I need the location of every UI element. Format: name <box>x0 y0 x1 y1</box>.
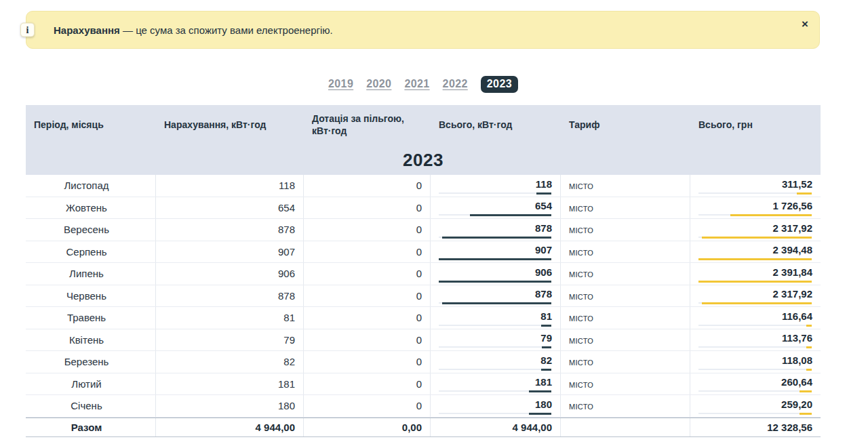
accrued-cell: 82 <box>156 351 304 373</box>
total-uah-cell-meter-fill <box>797 192 812 195</box>
total-kwh-cell-meter-fill <box>470 214 551 216</box>
year-tab-2023[interactable]: 2023 <box>481 76 518 93</box>
column-header-0: Період, місяць <box>26 119 156 131</box>
total-uah-cell-meter <box>698 281 812 282</box>
subsidy-cell: 0 <box>304 351 431 373</box>
month-cell: Листопад <box>26 175 156 197</box>
column-header-4: Тариф <box>561 119 690 131</box>
total-uah-cell-meter-fill <box>806 325 812 327</box>
total-uah-cell-meter-fill <box>800 390 812 392</box>
banner-text-rest: — це сума за спожиту вами електроенергію… <box>120 24 333 36</box>
total-kwh-cell: 907 <box>431 241 561 263</box>
total-kwh-cell-meter <box>439 281 551 282</box>
total-label: Разом <box>26 418 156 437</box>
total-kwh-cell-meter-fill <box>529 390 551 392</box>
year-tab-2021[interactable]: 2021 <box>404 78 429 90</box>
column-header-2: Дотація за пільгою, кВт·год <box>304 113 431 137</box>
accrued-cell: 654 <box>156 197 304 219</box>
total-kwh-cell-meter-fill <box>442 302 551 304</box>
year-tab-2022[interactable]: 2022 <box>443 78 468 90</box>
accrued-cell: 79 <box>156 329 304 351</box>
total-uah-cell-meter <box>698 325 812 326</box>
total-kwh-cell: 654 <box>431 197 561 219</box>
total-uah-cell: 116,64 <box>690 307 821 329</box>
month-cell: Травень <box>26 307 156 329</box>
table-row: Вересень8780878місто2 317,92 <box>26 219 821 241</box>
accrued-cell: 180 <box>156 395 304 417</box>
subsidy-cell: 0 <box>304 175 431 197</box>
tariff-cell: місто <box>561 395 690 417</box>
table-row: Листопад1180118місто311,52 <box>26 175 821 197</box>
total-kwh-cell-meter <box>439 237 551 238</box>
total-kwh-cell-meter <box>439 325 551 326</box>
total-kwh-cell: 878 <box>431 285 561 307</box>
table-row: Квітень79079місто113,76 <box>26 329 821 352</box>
total-uah-cell-meter-fill <box>806 346 812 348</box>
total-kwh-cell-meter-fill <box>541 369 551 371</box>
tariff-cell: місто <box>561 197 690 219</box>
subsidy-cell: 0 <box>304 373 431 395</box>
total-subsidy: 0,00 <box>304 418 431 437</box>
total-kwh-cell: 906 <box>431 263 561 285</box>
total-kwh-cell: 81 <box>431 307 561 329</box>
table-row: Червень8780878місто2 317,92 <box>26 285 821 308</box>
total-kwh-cell-meter <box>439 369 551 370</box>
tariff-cell: місто <box>561 307 690 329</box>
year-tabs: 20192020202120222023 <box>26 75 821 94</box>
table-row: Серпень9070907місто2 394,48 <box>26 241 821 264</box>
total-kwh: 4 944,00 <box>431 418 561 437</box>
total-kwh-cell-meter <box>439 192 551 194</box>
tariff-cell: місто <box>561 373 690 395</box>
total-uah-cell-meter <box>698 390 812 392</box>
accrued-cell: 906 <box>156 263 304 285</box>
month-cell: Жовтень <box>26 197 156 219</box>
total-uah-cell-meter-fill <box>702 237 812 239</box>
month-cell: Червень <box>26 285 156 307</box>
total-uah-cell-meter <box>698 413 812 414</box>
table-header-row: Період, місяцьНарахування, кВт·годДотаці… <box>26 105 821 145</box>
total-tariff <box>561 418 690 437</box>
table-row: Жовтень6540654місто1 726,56 <box>26 197 821 220</box>
subsidy-cell: 0 <box>304 307 431 329</box>
subsidy-cell: 0 <box>304 219 431 241</box>
total-uah-cell: 113,76 <box>690 329 821 351</box>
subsidy-cell: 0 <box>304 329 431 351</box>
total-uah-cell: 2 317,92 <box>690 285 821 307</box>
accrued-cell: 118 <box>156 175 304 197</box>
total-uah-cell-meter-fill <box>806 369 812 371</box>
total-uah-cell-meter <box>698 346 812 348</box>
table-row: Липень9060906місто2 391,84 <box>26 263 821 285</box>
tariff-cell: місто <box>561 351 690 373</box>
page: i Нарахування — це сума за спожиту вами … <box>0 0 868 448</box>
tariff-cell: місто <box>561 263 690 285</box>
subsidy-cell: 0 <box>304 241 431 263</box>
month-cell: Вересень <box>26 219 156 241</box>
total-uah-cell: 311,52 <box>690 175 821 197</box>
total-kwh-cell-meter-fill <box>439 281 551 283</box>
close-icon[interactable]: × <box>799 16 811 33</box>
total-uah-cell: 259,20 <box>690 395 821 417</box>
total-uah-cell: 2 317,92 <box>690 219 821 241</box>
total-uah-cell: 2 391,84 <box>690 263 821 285</box>
total-uah-cell-meter-fill <box>698 281 812 283</box>
column-header-3: Всього, кВт·год <box>431 119 561 131</box>
table-row: Травень81081місто116,64 <box>26 307 821 329</box>
year-tab-2019[interactable]: 2019 <box>328 78 353 90</box>
total-uah-cell: 118,08 <box>690 351 821 373</box>
year-tab-2020[interactable]: 2020 <box>366 78 391 90</box>
total-kwh-cell-meter-fill <box>536 192 551 195</box>
subsidy-cell: 0 <box>304 197 431 219</box>
total-uah-cell-meter <box>698 258 812 260</box>
total-uah-cell-meter <box>698 192 812 194</box>
table-row: Січень1800180місто259,20 <box>26 395 821 418</box>
accrued-cell: 907 <box>156 241 304 263</box>
total-uah: 12 328,56 <box>690 418 821 437</box>
month-cell: Лютий <box>26 373 156 395</box>
total-kwh-cell: 180 <box>431 395 561 417</box>
subsidy-cell: 0 <box>304 285 431 307</box>
accrued-cell: 878 <box>156 285 304 307</box>
total-kwh-cell-meter <box>439 390 551 392</box>
total-kwh-cell-meter-fill <box>529 413 551 415</box>
table-total-row: Разом 4 944,00 0,00 4 944,00 12 328,56 <box>26 418 821 438</box>
total-uah-cell-meter <box>698 302 812 304</box>
